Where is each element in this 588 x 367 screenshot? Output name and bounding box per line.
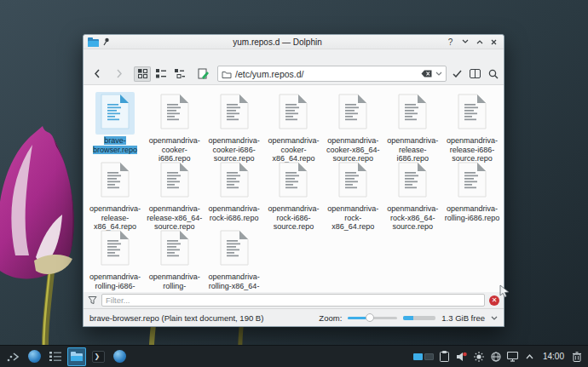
document-icon bbox=[95, 92, 135, 135]
file-item[interactable]: openmandriva-release-i686-source.repo bbox=[442, 90, 502, 158]
document-icon bbox=[453, 160, 492, 203]
minimize-button[interactable] bbox=[459, 37, 470, 48]
file-item[interactable]: openmandriva-cooker-i686.repo bbox=[145, 90, 205, 158]
browser-icon[interactable] bbox=[25, 347, 43, 366]
file-item[interactable]: openmandriva-release-x86_64.repo bbox=[85, 158, 145, 227]
document-icon bbox=[393, 92, 432, 135]
trash-icon[interactable] bbox=[571, 351, 583, 363]
status-info: brave-browser.repo (Plain text document,… bbox=[89, 313, 313, 323]
tree-view-button[interactable] bbox=[171, 66, 188, 82]
dolphin-window: yum.repos.d — Dolphin ? bbox=[83, 34, 504, 327]
document-icon bbox=[274, 160, 313, 203]
document-icon bbox=[393, 160, 432, 203]
file-name-label: openmandriva-rolling-x86_64-source.repo bbox=[209, 272, 260, 292]
file-name-label: openmandriva-rolling-x86_64.repo bbox=[149, 272, 200, 292]
mouse-cursor bbox=[499, 284, 510, 299]
location-dropdown-chevron[interactable] bbox=[435, 72, 442, 76]
zoom-slider-handle[interactable] bbox=[366, 313, 374, 322]
file-item[interactable]: openmandriva-rolling-x86_64.repo bbox=[145, 227, 205, 292]
file-item[interactable]: openmandriva-rolling-i686.repo bbox=[442, 158, 502, 227]
zoom-label: Zoom: bbox=[319, 313, 342, 323]
document-icon bbox=[453, 92, 492, 135]
task-list-icon[interactable] bbox=[46, 347, 65, 366]
document-icon bbox=[215, 160, 254, 203]
file-item[interactable]: openmandriva-rolling-i686-source.repo bbox=[85, 227, 145, 292]
brightness-icon[interactable] bbox=[473, 351, 485, 363]
system-tray: 14:00 bbox=[413, 351, 585, 363]
toolbar: /etc/yum.repos.d/ bbox=[84, 63, 504, 85]
file-name-label: brave-browser.repo bbox=[93, 136, 137, 154]
edit-location-icon[interactable] bbox=[194, 66, 211, 82]
filter-bar: ✕ bbox=[84, 292, 504, 308]
file-item[interactable]: openmandriva-release-i686.repo bbox=[383, 90, 442, 158]
pin-icon[interactable] bbox=[102, 37, 110, 46]
split-view-icon[interactable] bbox=[470, 69, 481, 78]
close-filter-button[interactable]: ✕ bbox=[489, 295, 499, 306]
status-bar: brave-browser.repo (Plain text document,… bbox=[84, 308, 504, 326]
browser-icon-2[interactable] bbox=[110, 347, 129, 366]
apply-checkmark-icon[interactable] bbox=[453, 70, 462, 77]
free-space-label: 1.3 GiB free bbox=[441, 313, 485, 323]
document-icon bbox=[95, 160, 135, 203]
terminal-icon[interactable]: ❯ bbox=[89, 347, 107, 366]
file-grid: brave-browser.repo bbox=[85, 90, 502, 292]
funnel-icon bbox=[88, 295, 97, 305]
document-icon bbox=[215, 228, 254, 271]
file-name-label: openmandriva-rolling-i686-source.repo bbox=[89, 272, 141, 292]
desktop: yum.repos.d — Dolphin ? bbox=[0, 0, 588, 367]
location-path[interactable]: /etc/yum.repos.d/ bbox=[235, 69, 418, 79]
virtual-desktop-pager[interactable] bbox=[413, 353, 434, 360]
clear-location-icon[interactable] bbox=[421, 70, 432, 77]
document-icon bbox=[333, 160, 372, 203]
document-icon bbox=[274, 92, 313, 135]
forward-button[interactable] bbox=[111, 66, 128, 82]
clipboard-icon[interactable] bbox=[439, 351, 451, 363]
file-item[interactable]: openmandriva-rock-x86_64.repo bbox=[323, 158, 383, 227]
document-icon bbox=[155, 160, 194, 203]
disk-usage-fill bbox=[403, 316, 412, 320]
dolphin-icon[interactable] bbox=[67, 347, 86, 366]
zoom-slider[interactable] bbox=[348, 313, 397, 322]
file-name-label: openmandriva-rock-x86_64-source.repo bbox=[387, 204, 438, 231]
app-menu-icon[interactable] bbox=[3, 347, 22, 366]
file-item[interactable]: openmandriva-cooker-i686-source.repo bbox=[205, 90, 264, 158]
file-item[interactable]: openmandriva-cooker-x86_64-source.repo bbox=[323, 90, 383, 158]
location-bar[interactable]: /etc/yum.repos.d/ bbox=[217, 66, 447, 82]
volume-muted-icon[interactable] bbox=[456, 351, 468, 363]
file-item[interactable]: openmandriva-rolling-x86_64-source.repo bbox=[205, 227, 264, 292]
display-icon[interactable] bbox=[507, 351, 519, 363]
folder-view: brave-browser.repo bbox=[84, 85, 504, 292]
file-name-label: openmandriva-rock-i686.repo bbox=[209, 204, 260, 222]
expand-tray-chevron[interactable] bbox=[524, 351, 536, 363]
file-item[interactable]: openmandriva-release-x86_64-source.repo bbox=[145, 158, 205, 227]
clock[interactable]: 14:00 bbox=[543, 352, 564, 361]
file-item[interactable]: openmandriva-cooker-x86_64.repo bbox=[264, 90, 324, 158]
document-icon bbox=[333, 92, 372, 135]
titlebar[interactable]: yum.repos.d — Dolphin ? bbox=[84, 35, 504, 49]
menubar bbox=[84, 49, 504, 63]
disk-usage-bar bbox=[403, 316, 435, 320]
back-button[interactable] bbox=[89, 66, 106, 82]
window-title: yum.repos.d — Dolphin bbox=[113, 37, 441, 47]
file-item[interactable]: openmandriva-rock-i686-source.repo bbox=[264, 158, 324, 227]
network-icon[interactable] bbox=[490, 351, 502, 363]
document-icon bbox=[215, 92, 254, 135]
maximize-button[interactable] bbox=[474, 37, 485, 48]
file-name-label: openmandriva-rolling-i686.repo bbox=[445, 204, 500, 222]
icons-view-button[interactable] bbox=[134, 66, 151, 82]
taskbar: ❯ 14:00 bbox=[0, 345, 588, 367]
close-button[interactable] bbox=[488, 37, 499, 48]
document-icon bbox=[155, 228, 194, 271]
document-icon bbox=[95, 228, 135, 271]
file-item[interactable]: brave-browser.repo bbox=[85, 90, 145, 158]
search-icon[interactable] bbox=[488, 69, 499, 79]
details-view-button[interactable] bbox=[153, 66, 170, 82]
help-button[interactable]: ? bbox=[445, 37, 456, 48]
dolphin-app-icon bbox=[88, 37, 99, 47]
filter-input[interactable] bbox=[101, 294, 485, 307]
file-item[interactable]: openmandriva-rock-i686.repo bbox=[205, 158, 264, 227]
free-space-chevron[interactable] bbox=[491, 316, 498, 320]
file-name-label: openmandriva-rock-x86_64.repo bbox=[327, 204, 378, 231]
file-item[interactable]: openmandriva-rock-x86_64-source.repo bbox=[383, 158, 442, 227]
file-name-label: openmandriva-rock-i686-source.repo bbox=[268, 204, 319, 231]
